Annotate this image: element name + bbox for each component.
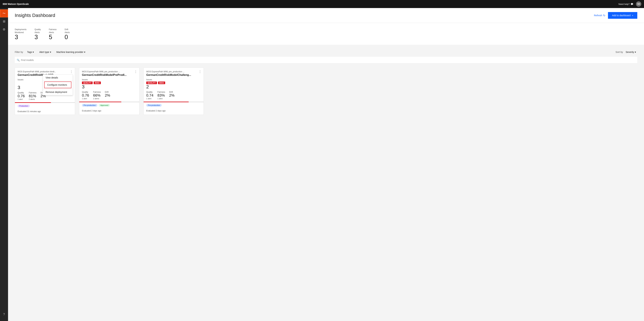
card-provider: WOS ExpressPath WML pre_production ... bbox=[146, 70, 196, 73]
alert-type-filter-button[interactable]: Alert type ▾ bbox=[38, 50, 52, 54]
card-menu-button[interactable]: ⋮ bbox=[198, 70, 202, 73]
metric-item: Drift 2% bbox=[169, 91, 174, 100]
metric-value: 2% bbox=[105, 93, 110, 98]
metric-label: Drift bbox=[169, 91, 174, 93]
card-menu-button[interactable]: ⋮ bbox=[70, 70, 73, 73]
metric-label: Quality bbox=[82, 91, 89, 93]
fairness-label: Fairness bbox=[49, 28, 56, 31]
search-input[interactable] bbox=[21, 57, 635, 63]
quality-value: 3 bbox=[34, 34, 41, 41]
card-footer: Production bbox=[15, 103, 75, 109]
card-body: WOS ExpressPath WML pre_production ... G… bbox=[144, 68, 204, 102]
metric-value: 66% bbox=[93, 93, 101, 98]
tag-blue: Pre-production bbox=[82, 104, 97, 107]
search-bar: 🔍 bbox=[15, 57, 637, 64]
filters-left: Filter by Tags ▾ Alert type ▾ Machine le… bbox=[15, 50, 86, 54]
card-menu-button[interactable]: ⋮ bbox=[134, 70, 137, 73]
metric-alert: 1 alert bbox=[146, 98, 154, 100]
help-label: Need help? bbox=[618, 3, 630, 5]
drift-label: Drift bbox=[64, 28, 70, 31]
metric-value: 2% bbox=[169, 93, 174, 98]
metric-label: Fairness bbox=[158, 91, 165, 93]
refresh-button[interactable]: Refresh ↻ bbox=[594, 14, 605, 17]
ml-provider-label: Machine learning provider bbox=[56, 51, 84, 53]
card-bar-fill bbox=[144, 102, 189, 102]
sidebar-item-history[interactable]: ⊞ bbox=[0, 17, 8, 25]
severity-sort-button[interactable]: Severity ▾ bbox=[624, 50, 637, 54]
card-title: GermanCreditRiskModelChalleng... bbox=[146, 73, 196, 76]
stat-quality: Quality Alerts 3 bbox=[34, 28, 41, 41]
card-issues-label: Issues bbox=[82, 78, 136, 81]
badge-bias: BIAS bbox=[158, 81, 165, 84]
severity-label: Severity bbox=[626, 51, 634, 53]
sort-by-label: Sort by bbox=[616, 51, 623, 53]
badge-quality: QUALITY bbox=[146, 81, 157, 84]
fairness-value: 5 bbox=[49, 34, 56, 41]
dashboard-icon: 〜 bbox=[2, 11, 6, 15]
ml-provider-chevron-icon: ▾ bbox=[84, 51, 85, 53]
sidebar-item-settings[interactable]: ⚙ bbox=[0, 25, 8, 33]
tags-filter-label: Tags bbox=[27, 51, 32, 53]
filters-bar: Filter by Tags ▾ Alert type ▾ Machine le… bbox=[15, 47, 637, 57]
card-metrics: Quality 0.76 1 alert Fairness 66% 2 aler… bbox=[82, 91, 136, 102]
tag-purple: Production bbox=[18, 105, 30, 107]
metric-value: 0.74 bbox=[146, 93, 154, 98]
deployments-value: 3 bbox=[15, 34, 26, 41]
metric-label: Drift bbox=[105, 91, 110, 93]
badge-quality: QUALITY bbox=[82, 81, 93, 84]
cards-grid: WOS ExpressPath WML production bindi... … bbox=[15, 68, 637, 115]
tags-chevron-icon: ▾ bbox=[33, 51, 34, 53]
page-header: Insights Dashboard Refresh ↻ Add to dash… bbox=[8, 8, 644, 23]
help-link[interactable]: Need help? 💬 bbox=[618, 3, 634, 5]
add-label: Add to dashboard bbox=[612, 14, 630, 17]
card-card3: WOS ExpressPath WML pre_production ... G… bbox=[144, 68, 204, 115]
sidebar-item-dashboard[interactable]: 〜 bbox=[0, 9, 8, 17]
context-menu: View detailsConfigure monitorsRemove dep… bbox=[43, 74, 73, 95]
fairness-sublabel: Alerts bbox=[49, 31, 56, 34]
card-evaluated: Evaluated 2 days ago bbox=[144, 108, 204, 114]
filter-by-label: Filter by bbox=[15, 51, 23, 53]
add-to-dashboard-button[interactable]: Add to dashboard + bbox=[608, 12, 637, 19]
topnav-right: Need help? 💬 SD bbox=[618, 1, 642, 7]
context-menu-item-0[interactable]: View details bbox=[43, 75, 73, 81]
metric-alert: 2 alerts bbox=[29, 98, 36, 100]
card-card2: WOS ExpressPath WML pre_production ... G… bbox=[79, 68, 140, 115]
sidebar: 〜 ⊞ ⚙ ? bbox=[0, 8, 8, 321]
top-nav: IBM Watson OpenScale Need help? 💬 SD bbox=[0, 0, 644, 8]
metric-item: Fairness 81% 2 alerts bbox=[29, 91, 36, 100]
card-footer: Pre-production bbox=[144, 102, 204, 108]
refresh-icon: ↻ bbox=[603, 14, 605, 17]
card-issues-label: Issues bbox=[146, 78, 201, 81]
sidebar-item-help[interactable]: ? bbox=[0, 310, 8, 318]
context-menu-item-1[interactable]: Configure monitors bbox=[44, 81, 71, 88]
sort-area: Sort by Severity ▾ bbox=[616, 50, 637, 54]
history-icon: ⊞ bbox=[3, 19, 5, 23]
metric-alert: 1 alert bbox=[18, 98, 25, 100]
metric-item: Fairness 66% 2 alerts bbox=[93, 91, 101, 100]
help-icon: ? bbox=[3, 313, 5, 316]
card-provider: WOS ExpressPath WML production bindi... bbox=[18, 70, 68, 73]
page-title: Insights Dashboard bbox=[15, 13, 55, 18]
brand-area: IBM Watson OpenScale bbox=[3, 3, 29, 5]
drift-sublabel: Alerts bbox=[64, 31, 70, 34]
card-body: WOS ExpressPath WML production bindi... … bbox=[15, 68, 75, 102]
metric-value: 0.76 bbox=[18, 94, 25, 98]
context-menu-item-2[interactable]: Remove deployment bbox=[43, 89, 73, 95]
card-badges: QUALITYBIAS bbox=[146, 81, 201, 84]
quality-sublabel: Alerts bbox=[34, 31, 41, 34]
ml-provider-filter-button[interactable]: Machine learning provider ▾ bbox=[55, 50, 86, 54]
metric-alert: 1 alert bbox=[158, 98, 165, 100]
stat-deployments: Deployments Monitored 3 bbox=[15, 28, 26, 41]
card-bar-fill bbox=[15, 102, 51, 103]
severity-chevron-icon: ▾ bbox=[635, 51, 636, 53]
card-footer: Pre-productionApproved bbox=[79, 102, 139, 108]
plus-icon: + bbox=[632, 14, 633, 17]
header-actions: Refresh ↻ Add to dashboard + bbox=[594, 12, 637, 19]
avatar[interactable]: SD bbox=[636, 1, 641, 7]
tags-filter-button[interactable]: Tags ▾ bbox=[26, 50, 35, 54]
tag-green: Approved bbox=[99, 104, 110, 107]
card-issues-num: 3 bbox=[82, 84, 136, 89]
metric-item: Quality 0.74 1 alert bbox=[146, 91, 154, 100]
alert-type-label: Alert type bbox=[39, 51, 49, 53]
drift-value: 0 bbox=[64, 34, 70, 41]
